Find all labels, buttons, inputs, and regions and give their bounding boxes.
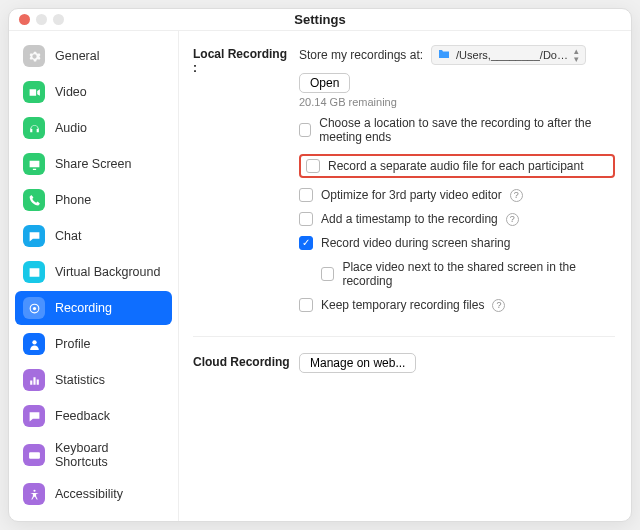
recording-icon [23, 297, 45, 319]
window-title: Settings [9, 12, 631, 27]
sidebar-item-keyboard-shortcuts[interactable]: Keyboard Shortcuts [15, 435, 172, 475]
section-divider [193, 336, 615, 337]
opt-timestamp[interactable]: Add a timestamp to the recording ? [299, 212, 615, 226]
chevron-updown-icon: ▴▾ [574, 47, 579, 63]
sidebar-item-label: Keyboard Shortcuts [55, 441, 164, 469]
sidebar-item-label: Virtual Background [55, 265, 160, 279]
sidebar-item-recording[interactable]: Recording [15, 291, 172, 325]
opt-separate-audio[interactable]: Record a separate audio file for each pa… [306, 159, 584, 173]
sidebar-item-label: Accessibility [55, 487, 123, 501]
opt-keep-temp[interactable]: Keep temporary recording files ? [299, 298, 615, 312]
svg-rect-7 [37, 453, 38, 454]
chat-icon [23, 225, 45, 247]
recording-path-text: /Users,________/Do… [456, 49, 568, 61]
opt-label: Choose a location to save the recording … [319, 116, 615, 144]
sidebar-item-label: Profile [55, 337, 90, 351]
traffic-lights [19, 14, 64, 25]
opt-label: Record a separate audio file for each pa… [328, 159, 584, 173]
opt-label: Record video during screen sharing [321, 236, 510, 250]
minimize-icon[interactable] [36, 14, 47, 25]
sidebar-item-chat[interactable]: Chat [15, 219, 172, 253]
sidebar-item-label: General [55, 49, 99, 63]
sidebar-item-audio[interactable]: Audio [15, 111, 172, 145]
content-panel: Local Recording : Store my recordings at… [179, 31, 631, 521]
vb-icon [23, 261, 45, 283]
sidebar-item-feedback[interactable]: Feedback [15, 399, 172, 433]
sidebar-item-label: Phone [55, 193, 91, 207]
gear-icon [23, 45, 45, 67]
window-body: GeneralVideoAudioShare ScreenPhoneChatVi… [9, 31, 631, 521]
sidebar: GeneralVideoAudioShare ScreenPhoneChatVi… [9, 31, 179, 521]
svg-point-1 [32, 306, 35, 309]
svg-point-2 [32, 340, 36, 344]
highlight-separate-audio: Record a separate audio file for each pa… [299, 154, 615, 178]
local-recording-body: Store my recordings at: /Users,________/… [299, 45, 615, 312]
checkbox[interactable] [299, 236, 313, 250]
recording-path-select[interactable]: /Users,________/Do… ▴▾ [431, 45, 586, 65]
sidebar-item-profile[interactable]: Profile [15, 327, 172, 361]
local-options: Choose a location to save the recording … [299, 116, 615, 312]
sidebar-item-share-screen[interactable]: Share Screen [15, 147, 172, 181]
titlebar: Settings [9, 9, 631, 31]
sidebar-item-label: Audio [55, 121, 87, 135]
cloud-recording-body: Manage on web... [299, 353, 615, 373]
share-icon [23, 153, 45, 175]
checkbox[interactable] [306, 159, 320, 173]
audio-icon [23, 117, 45, 139]
opt-place-video-next[interactable]: Place video next to the shared screen in… [321, 260, 615, 288]
opt-label: Keep temporary recording files [321, 298, 484, 312]
sidebar-item-label: Recording [55, 301, 112, 315]
opt-label: Place video next to the shared screen in… [342, 260, 615, 288]
sidebar-item-label: Share Screen [55, 157, 131, 171]
sidebar-item-label: Video [55, 85, 87, 99]
checkbox[interactable] [299, 212, 313, 226]
opt-record-video-share[interactable]: Record video during screen sharing [299, 236, 615, 250]
sidebar-item-phone[interactable]: Phone [15, 183, 172, 217]
svg-rect-3 [29, 452, 40, 459]
video-icon [23, 81, 45, 103]
store-row: Store my recordings at: /Users,________/… [299, 45, 615, 93]
accessibility-icon [23, 483, 45, 505]
cloud-recording-title: Cloud Recording [193, 353, 291, 373]
feedback-icon [23, 405, 45, 427]
sidebar-item-label: Chat [55, 229, 81, 243]
opt-choose-location[interactable]: Choose a location to save the recording … [299, 116, 615, 144]
sidebar-item-video[interactable]: Video [15, 75, 172, 109]
open-button[interactable]: Open [299, 73, 350, 93]
checkbox[interactable] [299, 188, 313, 202]
checkbox[interactable] [299, 298, 313, 312]
manage-on-web-button[interactable]: Manage on web... [299, 353, 416, 373]
zoom-icon[interactable] [53, 14, 64, 25]
svg-rect-8 [31, 456, 36, 457]
svg-rect-4 [30, 453, 31, 454]
svg-point-9 [33, 489, 35, 491]
opt-optimize-3rd[interactable]: Optimize for 3rd party video editor ? [299, 188, 615, 202]
stats-icon [23, 369, 45, 391]
sidebar-item-general[interactable]: General [15, 39, 172, 73]
sidebar-item-accessibility[interactable]: Accessibility [15, 477, 172, 511]
sidebar-item-label: Feedback [55, 409, 110, 423]
checkbox[interactable] [299, 123, 311, 137]
help-icon[interactable]: ? [510, 189, 523, 202]
local-recording-title: Local Recording : [193, 45, 291, 312]
phone-icon [23, 189, 45, 211]
cloud-recording-section: Cloud Recording Manage on web... [193, 353, 615, 373]
keyboard-icon [23, 444, 45, 466]
help-icon[interactable]: ? [492, 299, 505, 312]
storage-remaining: 20.14 GB remaining [299, 96, 615, 108]
svg-rect-6 [35, 453, 36, 454]
local-recording-section: Local Recording : Store my recordings at… [193, 45, 615, 312]
folder-icon [438, 49, 450, 61]
help-icon[interactable]: ? [506, 213, 519, 226]
profile-icon [23, 333, 45, 355]
close-icon[interactable] [19, 14, 30, 25]
opt-label: Add a timestamp to the recording [321, 212, 498, 226]
settings-window: Settings GeneralVideoAudioShare ScreenPh… [8, 8, 632, 522]
sidebar-item-virtual-background[interactable]: Virtual Background [15, 255, 172, 289]
checkbox[interactable] [321, 267, 334, 281]
svg-rect-5 [32, 453, 33, 454]
sidebar-item-statistics[interactable]: Statistics [15, 363, 172, 397]
opt-label: Optimize for 3rd party video editor [321, 188, 502, 202]
sidebar-item-label: Statistics [55, 373, 105, 387]
store-label: Store my recordings at: [299, 48, 423, 62]
